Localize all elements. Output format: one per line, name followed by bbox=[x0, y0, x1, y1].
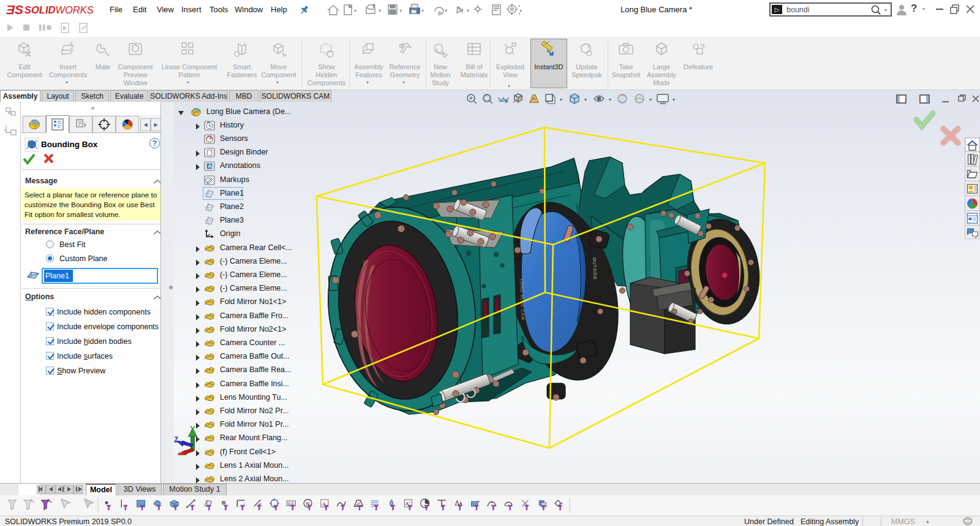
svg-text:▾: ▾ bbox=[673, 97, 675, 102]
svg-text:A: A bbox=[532, 96, 536, 102]
svg-text:▾: ▾ bbox=[560, 97, 562, 102]
svg-text:▾: ▾ bbox=[519, 8, 522, 13]
svg-text:▾: ▾ bbox=[421, 8, 424, 13]
svg-text:▾: ▾ bbox=[467, 8, 469, 13]
svg-text:▾: ▾ bbox=[445, 8, 447, 13]
svg-text:ƎS: ƎS bbox=[6, 2, 23, 17]
svg-text:0.3: 0.3 bbox=[288, 502, 293, 506]
svg-text:SOLIDWORKS: SOLIDWORKS bbox=[24, 4, 94, 15]
svg-text:▾: ▾ bbox=[649, 97, 652, 102]
svg-text:A: A bbox=[208, 163, 212, 169]
svg-text:▾: ▾ bbox=[609, 97, 611, 102]
svg-text:▾: ▾ bbox=[399, 8, 402, 13]
svg-text:▾: ▾ bbox=[354, 8, 356, 13]
svg-text:▾: ▾ bbox=[584, 97, 587, 102]
svg-text:OUTSIDE: OUTSIDE bbox=[592, 257, 597, 280]
svg-text:▾: ▾ bbox=[379, 8, 381, 13]
